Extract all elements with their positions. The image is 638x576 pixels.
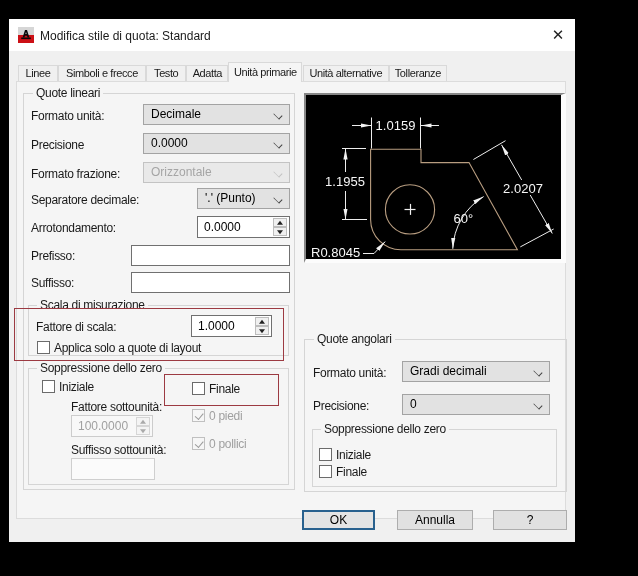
svg-text:1.1955: 1.1955 <box>325 174 365 189</box>
svg-text:R0.8045: R0.8045 <box>311 245 360 259</box>
svg-text:1.0159: 1.0159 <box>376 117 416 132</box>
svg-text:2.0207: 2.0207 <box>503 180 543 195</box>
svg-text:60°: 60° <box>454 210 474 225</box>
